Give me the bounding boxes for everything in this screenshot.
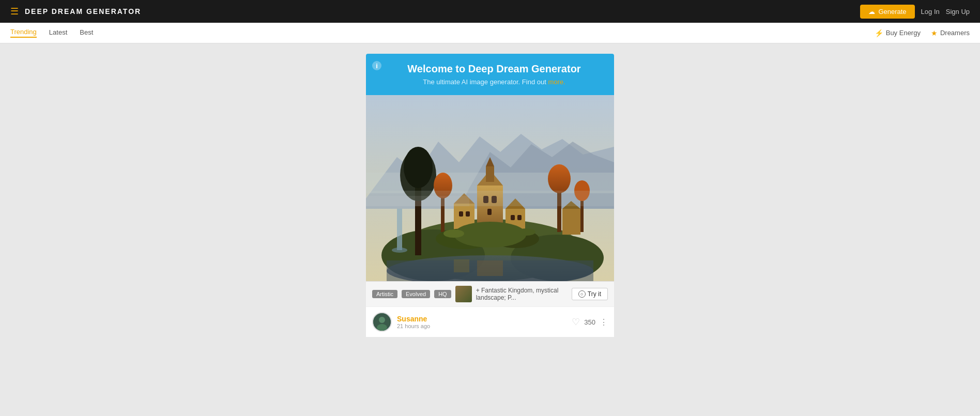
- tab-best[interactable]: Best: [80, 28, 93, 37]
- svg-point-10: [392, 248, 407, 253]
- info-icon: i: [372, 61, 381, 70]
- svg-rect-26: [487, 209, 492, 215]
- signup-link[interactable]: Sign Up: [946, 8, 970, 16]
- buy-energy-label: Buy Energy: [886, 29, 921, 37]
- svg-point-41: [443, 229, 464, 238]
- svg-rect-44: [454, 259, 469, 272]
- tag-description: + Fantastic Kingdom, mystical landscape;…: [476, 287, 568, 301]
- generate-label: Generate: [878, 8, 906, 16]
- svg-rect-34: [511, 215, 515, 220]
- try-it-label: Try it: [588, 290, 601, 298]
- welcome-title: Welcome to Deep Dream Generator: [387, 63, 602, 75]
- topbar-left: ☰ DEEP DREAM GENERATOR: [10, 6, 141, 17]
- main-content: i Welcome to Deep Dream Generator The ul…: [0, 43, 980, 347]
- subnav: Trending Latest Best ⚡ Buy Energy ★ Drea…: [0, 23, 980, 43]
- user-actions: ♡ 350 ⋮: [572, 316, 608, 328]
- svg-point-13: [404, 147, 433, 188]
- tab-latest[interactable]: Latest: [49, 28, 67, 37]
- cloud-icon: ☁: [868, 8, 875, 16]
- svg-rect-43: [477, 260, 503, 276]
- svg-rect-31: [466, 211, 470, 217]
- dreamers-link[interactable]: ★ Dreamers: [931, 29, 970, 37]
- svg-rect-22: [486, 166, 494, 182]
- login-link[interactable]: Log In: [921, 8, 940, 16]
- try-it-circle-icon: ○: [578, 290, 586, 298]
- svg-rect-36: [562, 209, 580, 235]
- more-link[interactable]: more.: [548, 78, 565, 86]
- user-details: Susanne 21 hours ago: [397, 315, 430, 329]
- subnav-right: ⚡ Buy Energy ★ Dreamers: [875, 29, 970, 37]
- center-column: i Welcome to Deep Dream Generator The ul…: [366, 54, 614, 337]
- tag-artistic[interactable]: Artistic: [372, 290, 397, 298]
- star-icon: ★: [931, 29, 938, 37]
- welcome-subtitle: The ultimate AI image generator. Find ou…: [387, 78, 602, 86]
- heart-icon[interactable]: ♡: [572, 316, 580, 328]
- tag-evolved[interactable]: Evolved: [402, 290, 430, 298]
- subnav-tabs: Trending Latest Best: [10, 28, 93, 38]
- username[interactable]: Susanne: [397, 315, 430, 323]
- topbar: ☰ DEEP DREAM GENERATOR ☁ Generate Log In…: [0, 0, 980, 23]
- svg-rect-9: [397, 209, 402, 250]
- user-bar: Susanne 21 hours ago ♡ 350 ⋮: [366, 306, 614, 337]
- buy-energy-link[interactable]: ⚡ Buy Energy: [875, 29, 921, 37]
- generate-button[interactable]: ☁ Generate: [860, 5, 914, 19]
- like-count: 350: [584, 318, 595, 326]
- landscape-svg: [366, 95, 614, 281]
- hamburger-icon[interactable]: ☰: [10, 6, 19, 17]
- style-thumbnail: [455, 286, 472, 302]
- more-options-icon[interactable]: ⋮: [600, 317, 608, 327]
- svg-rect-30: [459, 211, 463, 217]
- dreamers-label: Dreamers: [940, 29, 970, 37]
- main-image: [366, 95, 614, 281]
- energy-icon: ⚡: [875, 29, 883, 37]
- svg-point-40: [454, 222, 526, 248]
- main-image-wrapper[interactable]: [366, 95, 614, 281]
- svg-point-48: [379, 317, 385, 323]
- avatar[interactable]: [372, 312, 392, 332]
- user-info: Susanne 21 hours ago: [372, 312, 430, 332]
- svg-rect-35: [517, 215, 522, 220]
- tab-trending[interactable]: Trending: [10, 28, 37, 38]
- tag-hq[interactable]: HQ: [434, 290, 451, 298]
- svg-rect-46: [366, 196, 469, 206]
- tags-bar: Artistic Evolved HQ + Fantastic Kingdom,…: [366, 281, 614, 306]
- welcome-banner: i Welcome to Deep Dream Generator The ul…: [366, 54, 614, 95]
- svg-point-17: [548, 164, 571, 193]
- topbar-right: ☁ Generate Log In Sign Up: [860, 5, 970, 19]
- svg-point-42: [517, 228, 535, 236]
- try-it-button[interactable]: ○ Try it: [572, 288, 608, 300]
- avatar-image: [373, 313, 391, 331]
- user-time: 21 hours ago: [397, 323, 430, 329]
- site-title: DEEP DREAM GENERATOR: [25, 7, 141, 16]
- subtitle-text: The ultimate AI image generator. Find ou…: [423, 78, 548, 86]
